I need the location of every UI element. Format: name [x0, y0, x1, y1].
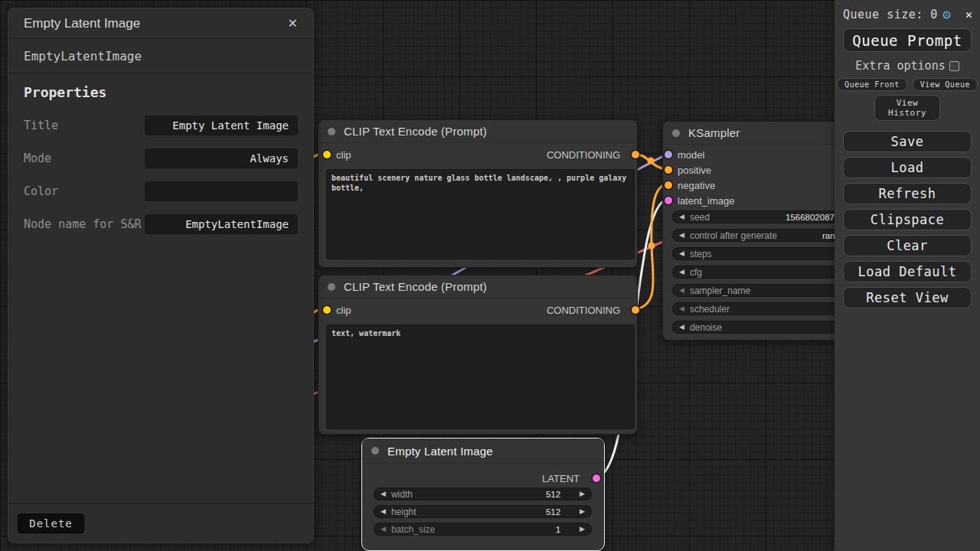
- decrement-arrow-icon[interactable]: ◀: [679, 284, 684, 297]
- widget-label: seed: [690, 212, 710, 223]
- widget-label: batch_size: [391, 524, 435, 535]
- color-field[interactable]: [145, 181, 298, 201]
- latent-image-input-port[interactable]: [665, 197, 672, 204]
- node-title: CLIP Text Encode (Prompt): [344, 125, 487, 138]
- comfyui-canvas[interactable]: CLIP Text Encode (Prompt) clip CONDITION…: [0, 0, 980, 551]
- clip-input-port[interactable]: [323, 151, 331, 158]
- widget-label: scheduler: [690, 304, 730, 315]
- model-input-port[interactable]: [665, 151, 672, 158]
- widget-value: ran: [822, 231, 835, 240]
- decrement-arrow-icon[interactable]: ◀: [679, 247, 684, 260]
- close-icon[interactable]: ✕: [285, 15, 301, 32]
- view-history-button[interactable]: View History: [874, 95, 940, 121]
- decrement-arrow-icon[interactable]: ◀: [381, 487, 386, 500]
- decrement-arrow-icon[interactable]: ◀: [679, 321, 684, 334]
- load-default-button[interactable]: Load Default: [843, 261, 972, 282]
- decrement-arrow-icon[interactable]: ◀: [679, 229, 684, 242]
- node-ksampler[interactable]: KSampler model positive negative latent_…: [662, 121, 855, 341]
- title-field[interactable]: Empty Latent Image: [145, 116, 298, 135]
- decrement-arrow-icon[interactable]: ◀: [679, 302, 684, 315]
- port-row: LATENT: [362, 471, 604, 486]
- latent-output-label: LATENT: [542, 473, 580, 484]
- negative-input-label: negative: [678, 180, 715, 191]
- property-row: Node name for S&R EmptyLatentImage: [24, 214, 298, 234]
- scheduler-widget[interactable]: ◀ scheduler: [672, 302, 852, 315]
- conditioning-output-port[interactable]: [632, 151, 639, 158]
- extra-options-checkbox[interactable]: [949, 61, 959, 71]
- comfyui-menu: Queue size: 0 ⚙ ✕ Queue Prompt Extra opt…: [835, 0, 980, 551]
- delete-button[interactable]: Delete: [18, 514, 84, 533]
- decrement-arrow-icon[interactable]: ◀: [381, 505, 386, 518]
- node-header[interactable]: CLIP Text Encode (Prompt): [318, 120, 637, 143]
- prompt-textarea[interactable]: beautiful scenery nature glass bottle la…: [326, 169, 635, 259]
- latent-output-port[interactable]: [593, 474, 600, 482]
- clip-input-port[interactable]: [323, 306, 331, 314]
- queue-actions-row: Queue Front View Queue: [837, 78, 978, 91]
- property-row: Color: [24, 181, 298, 201]
- view-queue-button[interactable]: View Queue: [913, 78, 978, 91]
- collapse-dot-icon[interactable]: [672, 129, 680, 137]
- positive-input-port[interactable]: [665, 166, 672, 174]
- negative-input-port[interactable]: [665, 181, 672, 189]
- settings-gear-icon[interactable]: ⚙: [942, 8, 951, 21]
- properties-section-title: Properties: [24, 84, 298, 100]
- port-row: positive: [663, 162, 854, 178]
- color-field-label: Color: [24, 181, 145, 200]
- node-clip-text-encode-positive[interactable]: CLIP Text Encode (Prompt) clip CONDITION…: [318, 119, 638, 268]
- title-field-label: Title: [24, 116, 145, 134]
- control-after-generate-widget[interactable]: ◀ control after generate ran: [672, 229, 852, 242]
- increment-arrow-icon[interactable]: ▶: [580, 505, 585, 518]
- refresh-button[interactable]: Refresh: [843, 183, 972, 204]
- queue-front-button[interactable]: Queue Front: [837, 78, 907, 91]
- widget-label: cfg: [690, 267, 702, 278]
- steps-widget[interactable]: ◀ steps: [672, 247, 852, 260]
- conditioning-output-port[interactable]: [632, 306, 639, 314]
- link-midpoint-dot: [648, 243, 655, 249]
- decrement-arrow-icon[interactable]: ◀: [679, 266, 684, 279]
- node-header[interactable]: CLIP Text Encode (Prompt): [318, 276, 637, 298]
- reset-view-button[interactable]: Reset View: [843, 287, 972, 308]
- denoise-widget[interactable]: ◀ denoise: [672, 321, 852, 334]
- widget-label: height: [391, 507, 416, 517]
- width-widget[interactable]: ◀ width 512 ▶: [374, 487, 592, 500]
- panel-footer: Delete: [8, 503, 313, 543]
- decrement-arrow-icon[interactable]: ◀: [679, 210, 684, 223]
- port-row: latent_image: [663, 193, 854, 208]
- decrement-arrow-icon[interactable]: ◀: [381, 523, 386, 536]
- node-name-sr-field[interactable]: EmptyLatentImage: [145, 214, 298, 234]
- close-icon[interactable]: ✕: [965, 8, 972, 21]
- clip-input-label: clip: [336, 305, 351, 316]
- sampler-name-widget[interactable]: ◀ sampler_name: [672, 284, 852, 297]
- prompt-textarea[interactable]: text, watermark: [326, 324, 635, 429]
- positive-input-label: positive: [678, 165, 711, 176]
- widget-label: control after generate: [690, 230, 777, 241]
- batch-size-widget[interactable]: ◀ batch_size 1 ▶: [374, 523, 592, 536]
- height-widget[interactable]: ◀ height 512 ▶: [374, 505, 592, 518]
- clear-button[interactable]: Clear: [843, 235, 972, 256]
- port-row: clip CONDITIONING: [318, 147, 637, 162]
- node-header[interactable]: KSampler: [663, 122, 854, 145]
- increment-arrow-icon[interactable]: ▶: [580, 487, 585, 500]
- increment-arrow-icon[interactable]: ▶: [580, 523, 585, 536]
- save-button[interactable]: Save: [843, 131, 972, 152]
- widget-label: steps: [690, 249, 712, 259]
- link-midpoint-dot: [648, 158, 655, 165]
- property-row: Mode Always: [24, 148, 298, 168]
- cfg-widget[interactable]: ◀ cfg: [672, 266, 852, 279]
- collapse-dot-icon[interactable]: [371, 447, 379, 455]
- mode-field[interactable]: Always: [145, 148, 298, 168]
- mode-field-label: Mode: [24, 148, 145, 167]
- node-clip-text-encode-negative[interactable]: CLIP Text Encode (Prompt) clip CONDITION…: [318, 275, 638, 435]
- node-empty-latent-image[interactable]: Empty Latent Image LATENT ◀ width 512 ▶ …: [361, 438, 605, 551]
- seed-widget[interactable]: ◀ seed 1566802087: [672, 210, 852, 223]
- collapse-dot-icon[interactable]: [328, 283, 335, 291]
- load-button[interactable]: Load: [843, 157, 972, 178]
- panel-subtitle-row: EmptyLatentImage: [8, 39, 313, 73]
- clipspace-button[interactable]: Clipspace: [843, 209, 972, 230]
- widget-value: 1: [556, 525, 560, 534]
- collapse-dot-icon[interactable]: [328, 128, 335, 135]
- node-title: CLIP Text Encode (Prompt): [344, 280, 487, 293]
- node-header[interactable]: Empty Latent Image: [362, 439, 604, 464]
- clip-input-label: clip: [336, 149, 351, 161]
- queue-prompt-button[interactable]: Queue Prompt: [843, 28, 972, 52]
